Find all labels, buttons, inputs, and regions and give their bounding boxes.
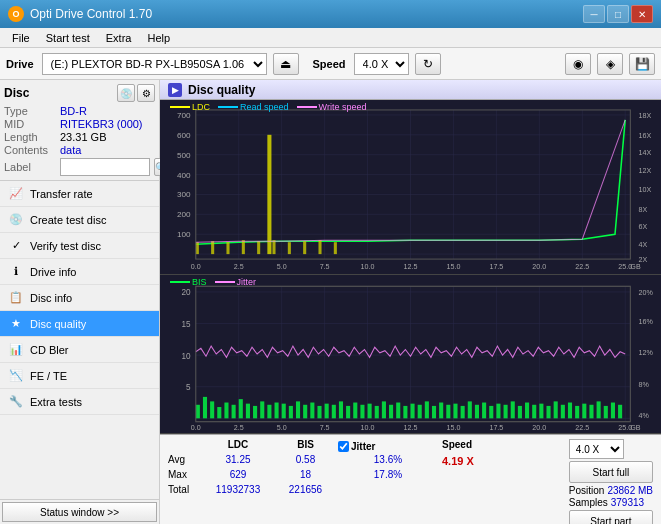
- stat-avg-jitter: 13.6%: [338, 454, 438, 468]
- speed-select-stats[interactable]: 4.0 X: [569, 439, 624, 459]
- svg-rect-148: [568, 403, 572, 419]
- svg-rect-145: [546, 406, 550, 418]
- drive-select[interactable]: (E:) PLEXTOR BD-R PX-LB950SA 1.06: [42, 53, 267, 75]
- disc-type-label: Type: [4, 105, 56, 117]
- menu-extra[interactable]: Extra: [98, 28, 140, 48]
- disc-contents-row: Contents data: [4, 144, 155, 156]
- svg-rect-53: [288, 242, 291, 254]
- svg-text:15: 15: [182, 319, 191, 329]
- svg-rect-106: [267, 405, 271, 419]
- svg-text:2X: 2X: [639, 256, 648, 263]
- nav-disc-info[interactable]: 📋 Disc info: [0, 285, 159, 311]
- nav-drive-info[interactable]: ℹ Drive info: [0, 259, 159, 285]
- disc-type-value: BD-R: [60, 105, 87, 117]
- speed-select[interactable]: 4.0 X 2.0 X 8.0 X: [354, 53, 409, 75]
- toolbar-btn-1[interactable]: ◉: [565, 53, 591, 75]
- status-window-button[interactable]: Status window >>: [2, 502, 157, 522]
- stats-speed-col: Speed 4.19 X: [438, 439, 528, 498]
- menu-file[interactable]: File: [4, 28, 38, 48]
- stat-avg-label: Avg: [168, 454, 203, 468]
- svg-text:17.5: 17.5: [489, 422, 503, 431]
- svg-rect-109: [289, 406, 293, 418]
- chart1-svg: 700 600 500 400 300 200 100 18X 16X 14X …: [160, 100, 661, 274]
- svg-text:0.0: 0.0: [191, 422, 201, 431]
- disc-icon-btn-1[interactable]: 💿: [117, 84, 135, 102]
- nav-drive-info-label: Drive info: [30, 266, 76, 278]
- svg-text:5: 5: [186, 382, 191, 392]
- svg-text:10.0: 10.0: [361, 422, 375, 431]
- nav-disc-quality[interactable]: ★ Disc quality: [0, 311, 159, 337]
- stats-bis-header: BIS: [297, 439, 314, 453]
- disc-quality-header: ▶ Disc quality: [160, 80, 661, 100]
- svg-text:7.5: 7.5: [320, 422, 330, 431]
- stats-speed-value: 4.19 X: [442, 455, 474, 467]
- svg-rect-129: [432, 406, 436, 418]
- stat-max-jitter: 17.8%: [338, 469, 438, 483]
- svg-rect-110: [296, 401, 300, 418]
- refresh-button[interactable]: ↻: [415, 53, 441, 75]
- nav-transfer-rate[interactable]: 📈 Transfer rate: [0, 181, 159, 207]
- svg-rect-134: [468, 401, 472, 418]
- svg-text:7.5: 7.5: [320, 263, 330, 270]
- svg-rect-55: [318, 240, 321, 254]
- eject-button[interactable]: ⏏: [273, 53, 299, 75]
- save-button[interactable]: 💾: [629, 53, 655, 75]
- svg-rect-117: [346, 406, 350, 418]
- svg-rect-131: [446, 405, 450, 419]
- stat-total-bis: 221656: [289, 484, 322, 498]
- nav-cd-bler[interactable]: 📊 CD Bler: [0, 337, 159, 363]
- svg-text:700: 700: [177, 111, 191, 120]
- svg-rect-126: [411, 404, 415, 419]
- svg-rect-130: [439, 403, 443, 419]
- nav-create-test-disc[interactable]: 💿 Create test disc: [0, 207, 159, 233]
- svg-rect-136: [482, 403, 486, 419]
- svg-text:100: 100: [177, 230, 191, 239]
- start-part-button[interactable]: Start part: [569, 510, 653, 524]
- window-controls[interactable]: ─ □ ✕: [583, 5, 653, 23]
- svg-rect-99: [217, 407, 221, 418]
- svg-rect-115: [332, 405, 336, 419]
- toolbar-btn-2[interactable]: ◈: [597, 53, 623, 75]
- stat-max-label: Max: [168, 469, 203, 483]
- svg-rect-114: [325, 404, 329, 419]
- disc-quality-icon: ★: [8, 316, 24, 332]
- minimize-button[interactable]: ─: [583, 5, 605, 23]
- drive-label: Drive: [6, 58, 34, 70]
- bis-jitter-chart: BIS Jitter: [160, 275, 661, 434]
- legend-ldc: LDC: [170, 102, 210, 112]
- svg-rect-52: [272, 240, 275, 254]
- jitter-header-label: Jitter: [351, 441, 375, 452]
- start-full-button[interactable]: Start full: [569, 461, 653, 483]
- menu-start-test[interactable]: Start test: [38, 28, 98, 48]
- legend-bis-label: BIS: [192, 277, 207, 287]
- svg-text:18X: 18X: [639, 112, 652, 119]
- legend-ldc-label: LDC: [192, 102, 210, 112]
- label-input[interactable]: [60, 158, 150, 176]
- status-bar: Status window >>: [0, 499, 159, 524]
- nav-extra-tests[interactable]: 🔧 Extra tests: [0, 389, 159, 415]
- svg-rect-147: [561, 405, 565, 419]
- speed-label: Speed: [313, 58, 346, 70]
- disc-label-label: Label: [4, 161, 56, 173]
- position-value: 23862 MB: [607, 485, 653, 496]
- stats-speed-empty2: [438, 484, 528, 498]
- svg-text:500: 500: [177, 151, 191, 160]
- jitter-checkbox[interactable]: [338, 441, 349, 452]
- svg-rect-56: [334, 242, 337, 254]
- stat-max-bis: 18: [300, 469, 311, 483]
- disc-icon-btn-2[interactable]: ⚙: [137, 84, 155, 102]
- disc-length-value: 23.31 GB: [60, 131, 106, 143]
- menu-help[interactable]: Help: [139, 28, 178, 48]
- stats-speed-empty: [438, 469, 528, 483]
- create-test-disc-icon: 💿: [8, 212, 24, 228]
- stats-area: Avg Max Total LDC 31.25 629 11932733 BIS…: [160, 434, 661, 524]
- close-button[interactable]: ✕: [631, 5, 653, 23]
- maximize-button[interactable]: □: [607, 5, 629, 23]
- nav-verify-test-disc[interactable]: ✓ Verify test disc: [0, 233, 159, 259]
- svg-text:2.5: 2.5: [234, 422, 244, 431]
- svg-rect-143: [532, 405, 536, 419]
- disc-info-icon: 📋: [8, 290, 24, 306]
- nav-items: 📈 Transfer rate 💿 Create test disc ✓ Ver…: [0, 181, 159, 499]
- svg-rect-49: [226, 242, 229, 254]
- nav-fe-te[interactable]: 📉 FE / TE: [0, 363, 159, 389]
